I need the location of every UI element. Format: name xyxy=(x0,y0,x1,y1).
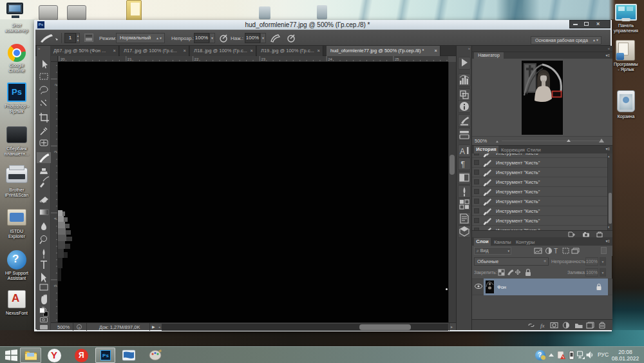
svg-text:22: 22 xyxy=(194,57,199,61)
svg-text:25: 25 xyxy=(395,57,399,61)
svg-text:3: 3 xyxy=(54,150,58,153)
svg-text:2: 2 xyxy=(54,83,58,86)
svg-text:4: 4 xyxy=(54,217,58,220)
svg-text:5: 5 xyxy=(54,284,58,287)
svg-text:20: 20 xyxy=(61,57,65,61)
svg-text:21: 21 xyxy=(128,57,132,61)
svg-text:T: T xyxy=(554,248,558,255)
svg-text:¶: ¶ xyxy=(461,160,465,169)
svg-text:fx: fx xyxy=(540,322,545,329)
svg-text:23: 23 xyxy=(261,57,265,61)
svg-text:24: 24 xyxy=(328,57,332,61)
svg-text:A: A xyxy=(460,147,465,156)
